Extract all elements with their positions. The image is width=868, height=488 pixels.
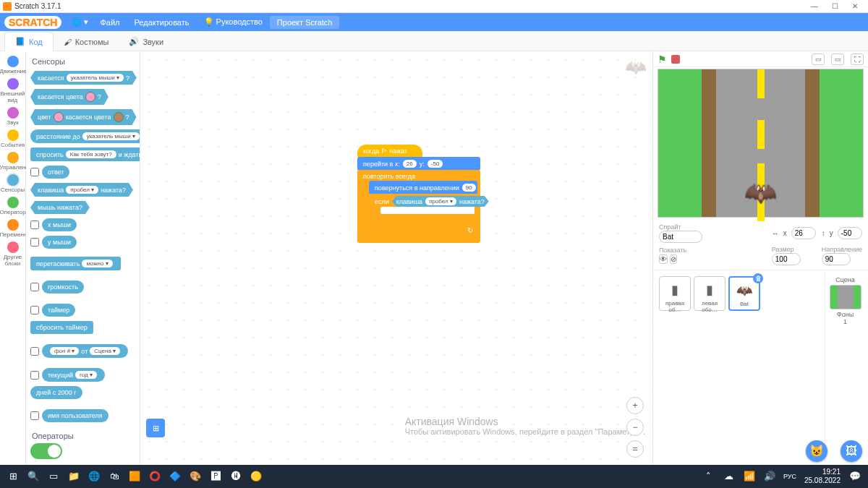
block-if[interactable]: если клавишапробел ▾нажата? то bbox=[369, 194, 477, 224]
cat-sensing[interactable]: Сенсоры bbox=[0, 173, 26, 194]
task-word[interactable]: 🅦 bbox=[226, 468, 246, 485]
tray-sound-icon[interactable]: 🔊 bbox=[760, 468, 780, 485]
answer-checkbox[interactable] bbox=[30, 168, 39, 176]
task-powerpoint[interactable]: 🅿 bbox=[205, 468, 226, 485]
block-timer[interactable]: таймер bbox=[42, 304, 75, 317]
script-stack[interactable]: когда 🏳 нажат перейти в x:26y:-50 повтор… bbox=[357, 145, 480, 243]
block-days-since-2000[interactable]: дней с 2000 г bbox=[30, 386, 82, 399]
cat-control[interactable]: Управление bbox=[0, 150, 26, 172]
tray-clock[interactable]: 19:21 25.08.2022 bbox=[800, 468, 845, 485]
sprite-card-1[interactable]: ▮левая обо… bbox=[694, 276, 726, 311]
sprite-name-input[interactable] bbox=[659, 231, 702, 243]
close-button[interactable]: ✕ bbox=[845, 2, 865, 10]
hide-button[interactable]: ⊘ bbox=[670, 254, 677, 264]
block-forever[interactable]: повторять всегда повернуться в направлен… bbox=[357, 170, 480, 243]
zoom-out-button[interactable]: − bbox=[626, 419, 644, 436]
cat-sound[interactable]: Звук bbox=[0, 106, 26, 127]
scratch-logo[interactable]: SCRATCH bbox=[4, 16, 61, 29]
task-store[interactable]: 🛍 bbox=[104, 468, 124, 485]
block-of-stage[interactable]: фон # ▾отСцена ▾ bbox=[42, 344, 128, 358]
stage-small-button[interactable]: ▭ bbox=[812, 53, 825, 65]
block-goto-xy[interactable]: перейти в x:26y:-50 bbox=[357, 157, 480, 171]
timer-checkbox[interactable] bbox=[30, 306, 39, 314]
tray-notifications-icon[interactable]: 💬 bbox=[845, 468, 865, 485]
menu-file[interactable]: Файл bbox=[93, 18, 127, 27]
script-canvas[interactable]: 🦇 когда 🏳 нажат перейти в x:26y:-50 повт… bbox=[140, 51, 652, 465]
block-key-pressed-embedded[interactable]: клавишапробел ▾нажата? bbox=[392, 196, 489, 207]
cat-events[interactable]: События bbox=[0, 128, 26, 150]
project-title[interactable]: Проект Scratch bbox=[270, 16, 340, 29]
add-sprite-button[interactable]: 😺 bbox=[806, 440, 827, 462]
task-view[interactable]: ▭ bbox=[43, 468, 64, 485]
minimize-button[interactable]: — bbox=[804, 2, 825, 10]
stage-fullscreen-button[interactable]: ⛶ bbox=[851, 53, 864, 65]
extensions-button[interactable]: ⊞ bbox=[146, 419, 165, 437]
mousey-checkbox[interactable] bbox=[30, 238, 39, 247]
task-app2[interactable]: 🔷 bbox=[165, 468, 185, 485]
block-distance-to[interactable]: расстояние доуказатель мыши ▾ bbox=[30, 129, 140, 143]
block-touching-color[interactable]: касается цвета? bbox=[30, 89, 109, 105]
block-key-pressed[interactable]: клавишапробел ▾нажата? bbox=[30, 183, 133, 197]
task-explorer[interactable]: 📁 bbox=[64, 468, 84, 485]
task-yandex[interactable]: 🟡 bbox=[246, 468, 266, 485]
sprite-direction-input[interactable] bbox=[822, 253, 851, 265]
sprite-card-2[interactable]: 🗑🦇Bat bbox=[728, 276, 760, 311]
stage-thumbnail[interactable] bbox=[830, 285, 861, 309]
tray-up-icon[interactable]: ˄ bbox=[699, 468, 719, 485]
current-checkbox[interactable] bbox=[30, 371, 39, 380]
stage[interactable]: 🦇 bbox=[658, 69, 864, 218]
block-operator-add[interactable] bbox=[30, 443, 62, 459]
task-paint[interactable]: 🎨 bbox=[185, 468, 205, 485]
loudness-checkbox[interactable] bbox=[30, 283, 39, 291]
cat-variables[interactable]: Переменные bbox=[0, 218, 26, 239]
show-button[interactable]: 👁 bbox=[659, 254, 668, 264]
task-edge[interactable]: 🌐 bbox=[84, 468, 104, 485]
green-flag-button[interactable]: ⚑ bbox=[658, 53, 667, 65]
task-chrome[interactable]: ⭕ bbox=[145, 468, 165, 485]
cat-myblocks[interactable]: Другие блоки bbox=[0, 240, 26, 268]
tray-lang[interactable]: РУС bbox=[780, 468, 800, 485]
block-palette[interactable]: Сенсоры касаетсяуказатель мыши ▾? касает… bbox=[26, 51, 140, 465]
zoom-reset-button[interactable]: = bbox=[626, 440, 644, 458]
block-point-direction[interactable]: повернуться в направлении90 bbox=[369, 181, 477, 194]
block-mouse-y[interactable]: y мыши bbox=[42, 236, 77, 249]
username-checkbox[interactable] bbox=[30, 411, 39, 420]
mousex-checkbox[interactable] bbox=[30, 221, 39, 229]
sprite-y-input[interactable] bbox=[838, 227, 862, 239]
tray-cloud-icon[interactable]: ☁ bbox=[719, 468, 739, 485]
zoom-in-button[interactable]: + bbox=[626, 397, 644, 414]
language-icon[interactable]: 🌐 ▾ bbox=[72, 17, 88, 27]
tab-sounds[interactable]: 🔊 Звуки bbox=[119, 33, 174, 51]
sprite-x-input[interactable] bbox=[791, 227, 816, 239]
tab-code[interactable]: 📘 Код bbox=[4, 32, 54, 51]
stage-selector[interactable]: Сцена Фоны 1 bbox=[825, 273, 865, 462]
block-reset-timer[interactable]: сбросить таймер bbox=[30, 321, 93, 334]
task-app1[interactable]: 🟧 bbox=[124, 468, 145, 485]
delete-sprite-icon[interactable]: 🗑 bbox=[753, 273, 763, 283]
stage-bat-sprite[interactable]: 🦇 bbox=[744, 178, 777, 208]
task-search[interactable]: 🔍 bbox=[23, 468, 43, 485]
sprite-size-input[interactable] bbox=[772, 253, 801, 265]
menu-edit[interactable]: Редактировать bbox=[127, 18, 197, 27]
menu-tutorials[interactable]: 💡 Руководство bbox=[197, 17, 270, 27]
start-button[interactable]: ⊞ bbox=[3, 468, 23, 485]
block-answer[interactable]: ответ bbox=[42, 166, 69, 179]
maximize-button[interactable]: ☐ bbox=[825, 2, 845, 10]
block-username[interactable]: имя пользователя bbox=[42, 409, 109, 422]
block-when-flag-clicked[interactable]: когда 🏳 нажат bbox=[357, 145, 422, 158]
block-touching[interactable]: касаетсяуказатель мыши ▾? bbox=[30, 71, 137, 85]
block-mouse-down[interactable]: мышь нажата? bbox=[30, 201, 90, 214]
block-current[interactable]: текущийгод ▾ bbox=[42, 368, 105, 382]
cat-motion[interactable]: Движение bbox=[0, 54, 26, 76]
cat-operators[interactable]: Операторы bbox=[0, 195, 26, 217]
stop-button[interactable] bbox=[671, 55, 680, 64]
sprite-card-0[interactable]: ▮правая об… bbox=[659, 276, 691, 311]
stage-large-button[interactable]: ▭ bbox=[831, 53, 844, 65]
add-backdrop-button[interactable]: 🖼 bbox=[841, 440, 862, 462]
block-mouse-x[interactable]: x мыши bbox=[42, 218, 77, 231]
of-checkbox[interactable] bbox=[30, 347, 39, 356]
block-set-drag[interactable]: перетаскиватьможно ▾ bbox=[30, 257, 121, 270]
tray-wifi-icon[interactable]: 📶 bbox=[739, 468, 760, 485]
block-ask[interactable]: спроситьКак тебя зовут?и ждать bbox=[30, 147, 140, 161]
tab-costumes[interactable]: 🖌 Костюмы bbox=[54, 33, 119, 51]
